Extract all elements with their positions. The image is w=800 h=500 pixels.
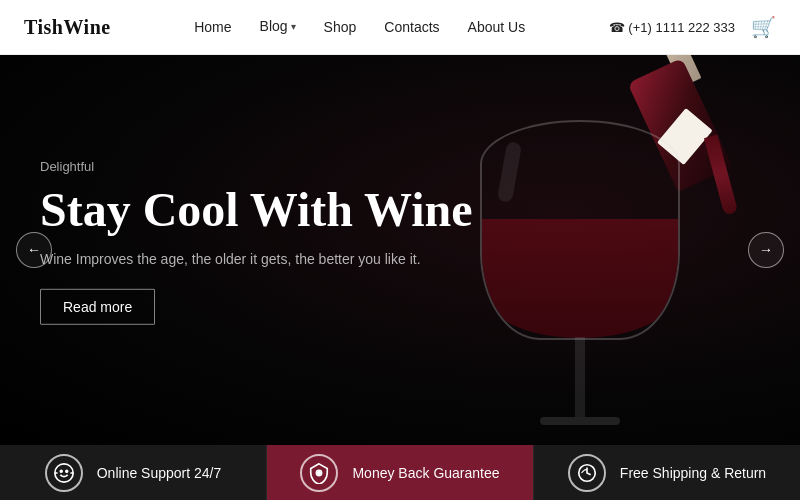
nav-item-blog[interactable]: Blog ▾ — [260, 18, 296, 36]
phone-icon: ☎ — [609, 20, 629, 35]
shipping-label: Free Shipping & Return — [620, 465, 766, 481]
svg-point-4 — [318, 471, 321, 474]
arrow-left-icon: ← — [27, 242, 41, 258]
nav-item-about[interactable]: About Us — [468, 18, 526, 36]
read-more-button[interactable]: Read more — [40, 289, 155, 325]
guarantee-label: Money Back Guarantee — [352, 465, 499, 481]
glass-base — [540, 417, 620, 425]
nav-link-contacts[interactable]: Contacts — [384, 19, 439, 35]
chevron-down-icon: ▾ — [291, 21, 296, 32]
glass-bowl — [480, 120, 680, 340]
hero-title: Stay Cool With Wine — [40, 184, 473, 237]
nav-link-about[interactable]: About Us — [468, 19, 526, 35]
cart-icon[interactable]: 🛒 — [751, 15, 776, 39]
arrow-right-icon: → — [759, 242, 773, 258]
hero-eyebrow: Delightful — [40, 159, 473, 174]
navbar: TishWine Home Blog ▾ Shop Contacts About… — [0, 0, 800, 55]
hero-next-arrow[interactable]: → — [748, 232, 784, 268]
hero-subtitle: Wine Improves the age, the older it gets… — [40, 251, 473, 267]
nav-link-shop[interactable]: Shop — [324, 19, 357, 35]
glass-rim — [480, 120, 680, 140]
svg-point-2 — [66, 470, 68, 472]
support-label: Online Support 24/7 — [97, 465, 222, 481]
nav-item-home[interactable]: Home — [194, 18, 231, 36]
phone-number: ☎ (+1) 1111 222 333 — [609, 20, 735, 35]
glass-stem — [575, 337, 585, 417]
nav-link-home[interactable]: Home — [194, 19, 231, 35]
hero-content: Delightful Stay Cool With Wine Wine Impr… — [40, 159, 473, 325]
footer-strip: Online Support 24/7 Money Back Guarantee… — [0, 445, 800, 500]
glass-wine — [482, 219, 678, 338]
shipping-icon — [568, 454, 606, 492]
guarantee-icon — [300, 454, 338, 492]
glass-shine — [497, 141, 522, 203]
footer-item-shipping: Free Shipping & Return — [534, 445, 800, 500]
svg-point-1 — [60, 470, 62, 472]
hero-section: Delightful Stay Cool With Wine Wine Impr… — [0, 55, 800, 445]
brand-logo[interactable]: TishWine — [24, 16, 111, 39]
nav-item-contacts[interactable]: Contacts — [384, 18, 439, 36]
main-navigation: Home Blog ▾ Shop Contacts About Us — [194, 18, 525, 36]
navbar-right: ☎ (+1) 1111 222 333 🛒 — [609, 15, 776, 39]
support-icon — [45, 454, 83, 492]
nav-link-blog[interactable]: Blog — [260, 18, 288, 34]
hero-prev-arrow[interactable]: ← — [16, 232, 52, 268]
nav-item-shop[interactable]: Shop — [324, 18, 357, 36]
footer-item-guarantee: Money Back Guarantee — [267, 445, 534, 500]
footer-item-support: Online Support 24/7 — [0, 445, 267, 500]
